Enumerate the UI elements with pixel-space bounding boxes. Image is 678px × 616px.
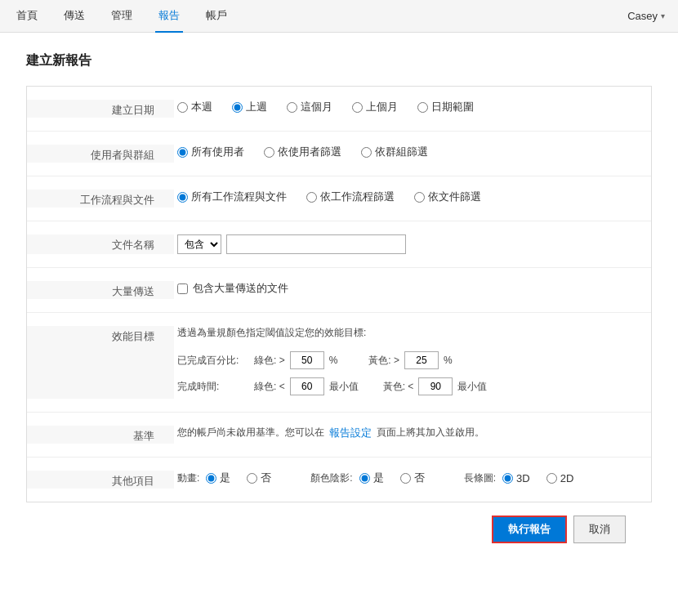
label-performance: 效能目標	[27, 326, 174, 399]
radio-last-month-input[interactable]	[352, 102, 363, 113]
radio-this-week[interactable]: 本週	[177, 100, 212, 114]
radio-bar-2d-label: 2D	[560, 472, 574, 484]
radio-animation-no[interactable]: 否	[247, 471, 271, 485]
label-baseline: 基準	[27, 426, 174, 444]
row-bulk-send: 大量傳送 包含大量傳送的文件	[27, 268, 651, 313]
radio-filter-group-label: 依群組篩選	[375, 145, 428, 159]
radio-filter-group-input[interactable]	[361, 147, 372, 158]
radio-animation-no-input[interactable]	[247, 473, 257, 484]
row-performance: 效能目標 透過為量規顏色指定閾值設定您的效能目標: 已完成百分比: 綠色: > …	[27, 313, 651, 413]
radio-this-month-input[interactable]	[287, 102, 297, 113]
perf-intro: 透過為量規顏色指定閾值設定您的效能目標:	[177, 326, 651, 340]
other-group-color-shadow: 顏色陰影: 是 否	[310, 471, 437, 485]
perf-yellow-unit-2: 最小值	[457, 380, 487, 394]
page-title: 建立新報告	[26, 52, 652, 69]
cancel-button[interactable]: 取消	[573, 516, 626, 543]
perf-yellow-unit-1: %	[444, 355, 453, 366]
radio-all-workflow-input[interactable]	[177, 192, 188, 203]
content-other: 動畫: 是 否 顏色陰影:	[174, 471, 651, 485]
perf-yellow-input-1[interactable]	[404, 351, 439, 369]
baseline-text-after: 頁面上將其加入並啟用。	[377, 426, 484, 440]
radio-animation-yes[interactable]: 是	[206, 471, 230, 485]
nav-home[interactable]: 首頁	[13, 0, 41, 33]
radio-all-users-input[interactable]	[177, 147, 188, 158]
radio-bar-2d[interactable]: 2D	[546, 472, 574, 484]
row-doc-name: 文件名稱 包含	[27, 221, 651, 268]
radio-last-week-input[interactable]	[232, 102, 243, 113]
baseline-link[interactable]: 報告設定	[329, 426, 372, 440]
radio-date-range[interactable]: 日期範圍	[417, 100, 474, 114]
radio-all-users[interactable]: 所有使用者	[177, 145, 244, 159]
label-create-date: 建立日期	[27, 100, 174, 118]
content-bulk-send: 包含大量傳送的文件	[174, 281, 651, 296]
radio-color-shadow-no-label: 否	[414, 471, 425, 485]
radio-this-month[interactable]: 這個月	[287, 100, 332, 114]
radio-animation-no-label: 否	[261, 471, 271, 485]
nav-items: 首頁 傳送 管理 報告 帳戶	[13, 0, 230, 33]
row-create-date: 建立日期 本週 上週 這個月	[27, 87, 651, 132]
radio-all-workflow-label: 所有工作流程與文件	[191, 190, 287, 204]
perf-complete-pct-label: 已完成百分比:	[177, 354, 243, 368]
nav-report[interactable]: 報告	[155, 0, 183, 33]
bar-chart-label: 長條圖:	[464, 471, 496, 485]
user-menu[interactable]: Casey ▾	[627, 10, 665, 22]
radio-bar-2d-input[interactable]	[546, 473, 557, 484]
radio-bar-3d-input[interactable]	[502, 473, 513, 484]
perf-row-complete-time: 完成時間: 綠色: < 最小值 黃色: < 最小值	[177, 377, 651, 395]
radio-filter-user-label: 依使用者篩選	[278, 145, 341, 159]
radio-filter-group[interactable]: 依群組篩選	[361, 145, 428, 159]
other-group-animation: 動畫: 是 否	[177, 471, 284, 485]
radio-last-week[interactable]: 上週	[232, 100, 267, 114]
other-group-bar-chart: 長條圖: 3D 2D	[464, 471, 587, 485]
checkbox-bulk-send-input[interactable]	[177, 283, 188, 294]
radio-this-month-label: 這個月	[301, 100, 332, 114]
radio-last-month[interactable]: 上個月	[352, 100, 398, 114]
radio-date-range-label: 日期範圍	[431, 100, 474, 114]
radio-all-users-label: 所有使用者	[191, 145, 244, 159]
radio-color-shadow-yes-input[interactable]	[359, 473, 370, 484]
label-other: 其他項目	[27, 471, 174, 489]
page-content: 建立新報告 建立日期 本週 上週 這個月	[0, 33, 678, 576]
perf-complete-time-label: 完成時間:	[177, 380, 243, 394]
radio-filter-user-input[interactable]	[264, 147, 274, 158]
radio-color-shadow-no-input[interactable]	[400, 473, 411, 484]
radio-color-shadow-no[interactable]: 否	[400, 471, 425, 485]
row-user-group: 使用者與群組 所有使用者 依使用者篩選 依群組篩選	[27, 132, 651, 176]
perf-yellow-label-2: 黃色: <	[383, 380, 414, 394]
radio-bar-3d[interactable]: 3D	[502, 472, 530, 484]
nav-account[interactable]: 帳戶	[203, 0, 230, 33]
radio-date-range-input[interactable]	[417, 102, 428, 113]
radio-filter-doc[interactable]: 依文件篩選	[414, 190, 481, 204]
nav-send[interactable]: 傳送	[60, 0, 88, 33]
radio-filter-workflow-input[interactable]	[306, 192, 317, 203]
checkbox-bulk-send[interactable]: 包含大量傳送的文件	[177, 281, 288, 296]
run-report-button[interactable]: 執行報告	[492, 516, 567, 543]
label-workflow-doc: 工作流程與文件	[27, 190, 174, 208]
content-doc-name: 包含	[174, 234, 651, 254]
radio-filter-workflow[interactable]: 依工作流程篩選	[306, 190, 395, 204]
radio-filter-doc-input[interactable]	[414, 192, 425, 203]
doc-name-input[interactable]	[226, 234, 406, 254]
other-items-row: 動畫: 是 否 顏色陰影:	[177, 471, 651, 485]
radio-animation-yes-label: 是	[220, 471, 230, 485]
radio-this-week-input[interactable]	[177, 102, 188, 113]
doc-name-select[interactable]: 包含	[177, 234, 221, 254]
radio-this-week-label: 本週	[191, 100, 212, 114]
content-user-group: 所有使用者 依使用者篩選 依群組篩選	[174, 145, 651, 159]
nav-manage[interactable]: 管理	[108, 0, 136, 33]
content-baseline: 您的帳戶尚未啟用基準。您可以在 報告設定 頁面上將其加入並啟用。	[174, 426, 651, 440]
radio-filter-workflow-label: 依工作流程篩選	[320, 190, 395, 204]
perf-yellow-input-2[interactable]	[418, 377, 453, 395]
label-user-group: 使用者與群組	[27, 145, 174, 163]
radio-all-workflow[interactable]: 所有工作流程與文件	[177, 190, 287, 204]
navbar: 首頁 傳送 管理 報告 帳戶 Casey ▾	[0, 0, 678, 33]
radio-bar-3d-label: 3D	[516, 472, 530, 484]
perf-green-input-2[interactable]	[290, 377, 324, 395]
checkbox-bulk-send-label: 包含大量傳送的文件	[193, 281, 288, 296]
radio-filter-user[interactable]: 依使用者篩選	[264, 145, 341, 159]
perf-green-input-1[interactable]	[290, 351, 324, 369]
radio-color-shadow-yes[interactable]: 是	[359, 471, 384, 485]
radio-animation-yes-input[interactable]	[206, 473, 216, 484]
baseline-text-before: 您的帳戶尚未啟用基準。您可以在	[177, 426, 324, 440]
perf-green-label-1: 綠色: >	[254, 354, 285, 368]
